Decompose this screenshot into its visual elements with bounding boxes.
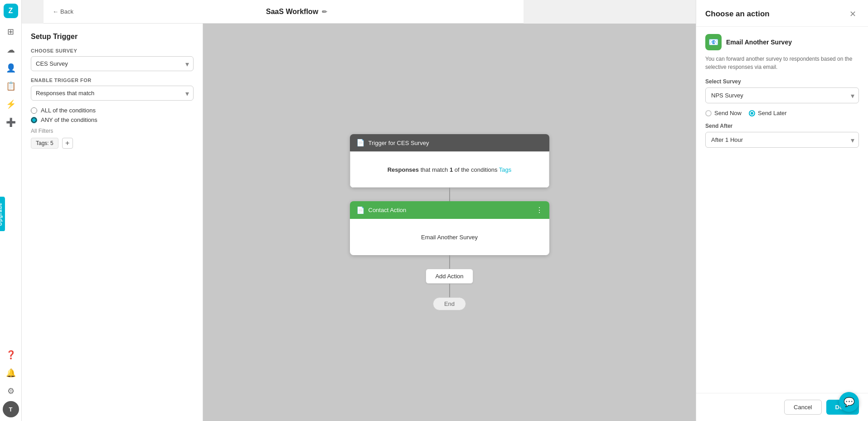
- close-button[interactable]: ✕: [847, 8, 859, 20]
- right-panel: Choose an action ✕ 📧 Email Another Surve…: [696, 0, 868, 421]
- condition-all-radio[interactable]: [31, 107, 37, 114]
- survey-select[interactable]: CES Survey: [31, 56, 194, 71]
- tag-filter[interactable]: Tags: 5: [31, 138, 58, 149]
- contact-action-more-icon[interactable]: ⋮: [536, 206, 543, 214]
- header-bar: ← Back SaaS Workflow ✏: [44, 0, 524, 24]
- condition-radio-group: ALL of the conditions ANY of the conditi…: [31, 107, 194, 123]
- trigger-select-wrapper: Responses that match ▾: [31, 86, 194, 101]
- end-node: End: [433, 297, 466, 310]
- email-survey-icon: 📧: [708, 37, 718, 47]
- trigger-node-body[interactable]: Responses that match 1 of the conditions…: [350, 151, 549, 188]
- trigger-node-header: 📄 Trigger for CES Survey: [350, 134, 549, 151]
- back-link[interactable]: ← Back: [53, 8, 73, 15]
- add-filter-button[interactable]: +: [62, 138, 73, 149]
- send-timing-row: Send Now Send Later: [705, 110, 859, 116]
- select-survey-wrapper: NPS Survey CES Survey CSAT Survey ▾: [705, 87, 859, 103]
- back-arrow-icon: ←: [53, 8, 58, 15]
- back-label: Back: [60, 8, 73, 15]
- right-panel-header: Choose an action ✕: [696, 0, 868, 27]
- main-content: ← Back SaaS Workflow ✏ Setup Trigger CHO…: [22, 0, 696, 421]
- enable-trigger-label: ENABLE TRIGGER FOR: [31, 77, 194, 83]
- connector-1: [449, 188, 450, 201]
- condition-any-radio[interactable]: [31, 117, 37, 123]
- setup-trigger-panel: Setup Trigger CHOOSE SURVEY CES Survey ▾…: [22, 24, 203, 421]
- send-now-radio[interactable]: [705, 110, 712, 116]
- send-now-option[interactable]: Send Now: [705, 110, 742, 116]
- contact-action-node: 📄 Contact Action ⋮ Email Another Survey: [350, 201, 549, 255]
- nav-settings[interactable]: ⚙: [3, 383, 19, 399]
- send-later-option[interactable]: Send Later: [749, 110, 787, 116]
- action-icon-box: 📧: [705, 34, 722, 50]
- app-logo: Z: [4, 4, 18, 18]
- contact-action-header-text: Contact Action: [369, 207, 407, 213]
- nav-surveys[interactable]: 📋: [3, 78, 19, 94]
- nav-workflows[interactable]: ⚡: [3, 96, 19, 112]
- action-header: 📧 Email Another Survey: [705, 34, 859, 50]
- select-survey-label: Select Survey: [705, 78, 859, 85]
- nav-users[interactable]: 👤: [3, 60, 19, 76]
- contact-action-header: 📄 Contact Action ⋮: [350, 201, 549, 219]
- send-after-dropdown[interactable]: After 1 Hour After 2 Hours After 1 Day: [705, 132, 859, 148]
- send-later-radio[interactable]: [749, 110, 755, 116]
- nav-cloud[interactable]: ☁: [3, 42, 19, 58]
- trigger-node: 📄 Trigger for CES Survey Responses that …: [350, 134, 549, 188]
- all-filters-label: All Filters: [31, 128, 194, 134]
- right-panel-body: 📧 Email Another Survey You can forward a…: [696, 27, 868, 393]
- nav-help[interactable]: ❓: [3, 347, 19, 363]
- survey-select-wrapper: CES Survey ▾: [31, 56, 194, 71]
- condition-any-label: ANY of the conditions: [41, 116, 97, 123]
- filter-tag-row: Tags: 5 +: [31, 138, 194, 149]
- trigger-icon: 📄: [356, 139, 365, 147]
- email-action-text: Email Another Survey: [421, 234, 478, 241]
- upgrade-tab[interactable]: Upgrade: [0, 197, 5, 231]
- choose-survey-label: CHOOSE SURVEY: [31, 48, 194, 53]
- trigger-select[interactable]: Responses that match: [31, 86, 194, 101]
- action-title: Email Another Survey: [726, 39, 792, 46]
- contact-action-icon: 📄: [356, 206, 365, 214]
- condition-any-option[interactable]: ANY of the conditions: [31, 116, 194, 123]
- contact-action-body[interactable]: Email Another Survey: [350, 219, 549, 255]
- setup-title: Setup Trigger: [31, 33, 194, 41]
- edit-title-icon[interactable]: ✏: [322, 8, 327, 15]
- send-after-wrapper: After 1 Hour After 2 Hours After 1 Day ▾: [705, 132, 859, 148]
- send-after-label: Send After: [705, 123, 859, 129]
- select-survey-dropdown[interactable]: NPS Survey CES Survey CSAT Survey: [705, 87, 859, 103]
- nav-home[interactable]: ⊞: [3, 24, 19, 40]
- cancel-button[interactable]: Cancel: [784, 400, 821, 415]
- page-title: SaaS Workflow ✏: [266, 8, 327, 16]
- chat-bubble[interactable]: 💬: [839, 392, 859, 412]
- send-now-label: Send Now: [714, 110, 742, 116]
- nav-add[interactable]: ➕: [3, 114, 19, 131]
- send-later-label: Send Later: [758, 110, 787, 116]
- condition-all-label: ALL of the conditions: [41, 107, 96, 114]
- trigger-body-text: Responses that match 1 of the conditions…: [388, 166, 512, 173]
- nav-avatar[interactable]: T: [3, 401, 19, 417]
- filters-section: All Filters Tags: 5 +: [31, 128, 194, 149]
- nav-notifications[interactable]: 🔔: [3, 365, 19, 381]
- action-description: You can forward another survey to respon…: [705, 55, 859, 71]
- connector-2: [449, 255, 450, 269]
- workflow-canvas: 📄 Trigger for CES Survey Responses that …: [350, 134, 549, 310]
- condition-all-option[interactable]: ALL of the conditions: [31, 107, 194, 114]
- add-action-button[interactable]: Add Action: [426, 269, 473, 284]
- workflow-canvas-area: 📄 Trigger for CES Survey Responses that …: [203, 24, 696, 421]
- right-panel-title: Choose an action: [705, 10, 770, 19]
- trigger-header-text: Trigger for CES Survey: [369, 140, 429, 146]
- connector-3: [449, 284, 450, 297]
